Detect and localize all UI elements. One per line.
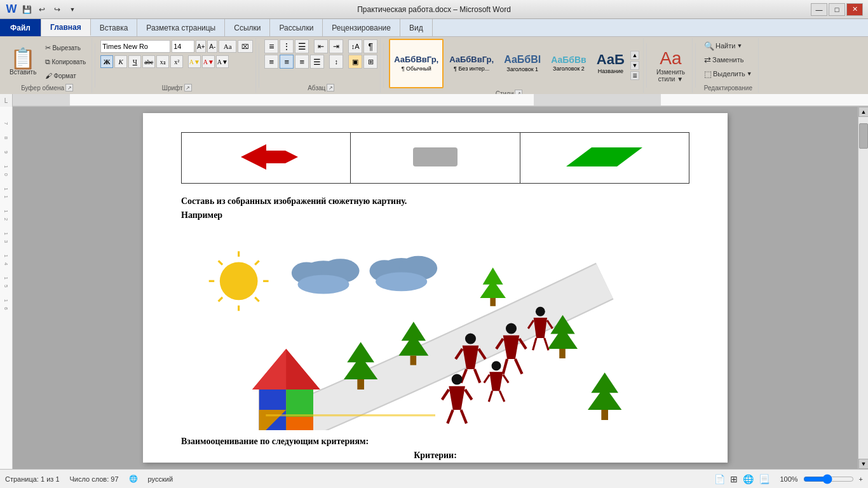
- tab-home[interactable]: Главная: [41, 19, 91, 36]
- change-styles-button[interactable]: Aa Изменитьстили ▼: [652, 45, 689, 86]
- justify-button[interactable]: ☰: [310, 55, 324, 69]
- font-case-button[interactable]: Aa: [219, 40, 236, 53]
- replace-label: Заменить: [712, 56, 743, 64]
- style-title-label: Название: [598, 68, 623, 74]
- close-button[interactable]: ✕: [846, 3, 863, 16]
- copy-button[interactable]: ⧉Копировать: [42, 55, 89, 68]
- align-center-button[interactable]: ≡: [280, 55, 294, 69]
- view-normal-icon[interactable]: 📄: [714, 474, 725, 484]
- font-color-button[interactable]: A▼: [202, 55, 215, 68]
- underline-button[interactable]: Ч: [128, 55, 141, 68]
- minimize-button[interactable]: —: [811, 3, 827, 16]
- styles-scroll-down[interactable]: ▼: [630, 61, 639, 70]
- increase-indent-button[interactable]: ⇥: [329, 39, 343, 53]
- align-right-button[interactable]: ≡: [295, 55, 309, 69]
- status-right: 📄 ⊞ 🌐 📃 100% +: [714, 474, 863, 484]
- style-heading1[interactable]: АаБбВI Заголовок 1: [499, 39, 545, 88]
- font-group: A+ A- Aa ⌧ Ж К Ч abc x₂ x² A▼ A▼ A▼ Шриф…: [98, 38, 256, 93]
- font-dialog-launcher[interactable]: ↗: [184, 84, 192, 92]
- tab-file[interactable]: Файл: [0, 19, 41, 36]
- cut-button[interactable]: ✂Вырезать: [42, 41, 89, 54]
- bold-button[interactable]: Ж: [100, 55, 113, 68]
- style-normal[interactable]: АаБбВвГр, ¶ Обычный: [389, 39, 444, 88]
- clipboard-dialog-launcher[interactable]: ↗: [65, 84, 73, 92]
- view-web-icon[interactable]: 🌐: [743, 474, 754, 484]
- table-cell-1: [182, 133, 351, 184]
- style-heading2[interactable]: АаБбВв Заголовок 2: [546, 39, 591, 88]
- replace-button[interactable]: ⇄ Заменить: [701, 53, 747, 66]
- maximize-button[interactable]: □: [829, 3, 845, 16]
- scroll-thumb[interactable]: [859, 123, 868, 149]
- style-normal-label: ¶ Обычный: [402, 65, 431, 72]
- decrease-indent-button[interactable]: ⇤: [314, 39, 328, 53]
- svg-point-23: [376, 272, 427, 291]
- format-painter-button[interactable]: 🖌Формат: [42, 69, 89, 82]
- tab-mailings[interactable]: Рассылки: [270, 19, 323, 36]
- strikethrough-button[interactable]: abc: [142, 55, 155, 68]
- redo-quick-icon[interactable]: ↪: [51, 3, 64, 16]
- font-shrink-button[interactable]: A-: [207, 40, 217, 53]
- font-name-input[interactable]: [100, 40, 170, 53]
- text-effects-button[interactable]: A▼: [216, 55, 229, 68]
- sort-button[interactable]: ↕A: [348, 39, 362, 53]
- select-button[interactable]: ⬚ Выделить ▼: [701, 67, 756, 80]
- divider-4: [646, 43, 647, 88]
- svg-marker-27: [252, 349, 286, 390]
- undo-quick-icon[interactable]: ↩: [36, 3, 48, 16]
- style-no-spacing[interactable]: АаБбВвГр, ¶ Без интер...: [445, 39, 498, 88]
- line-spacing-button[interactable]: ↕: [329, 55, 343, 69]
- title-bar: W 💾 ↩ ↪ ▼ Практическая работа.docx – Mic…: [0, 0, 868, 19]
- multilevel-button[interactable]: ☰: [295, 39, 309, 53]
- list-row: ≡ ⋮ ☰ ⇤ ⇥ ↕A ¶: [264, 39, 377, 53]
- horizontal-ruler: /* ruler ticks generated by CSS */: [13, 94, 868, 106]
- style-h2-preview: АаБбВв: [551, 55, 587, 64]
- paste-button[interactable]: 📋 Вставить: [5, 45, 41, 79]
- bullets-button[interactable]: ≡: [264, 39, 278, 53]
- word-count: Число слов: 97: [70, 475, 119, 483]
- zoom-in-icon[interactable]: +: [859, 475, 863, 483]
- tab-insert[interactable]: Вставка: [91, 19, 138, 36]
- customize-qa-icon[interactable]: ▼: [66, 3, 79, 16]
- scroll-up-button[interactable]: ▲: [858, 107, 868, 117]
- clear-format-button[interactable]: ⌧: [238, 40, 253, 53]
- divider-3: [383, 43, 384, 88]
- ribbon-tabs: Файл Главная Вставка Разметка страницы С…: [0, 19, 868, 37]
- italic-button[interactable]: К: [114, 55, 127, 68]
- svg-line-12: [219, 261, 222, 264]
- svg-marker-72: [489, 372, 503, 391]
- tab-references[interactable]: Ссылки: [225, 19, 270, 36]
- superscript-button[interactable]: x²: [170, 55, 183, 68]
- view-fullscreen-icon[interactable]: ⊞: [730, 474, 738, 484]
- scroll-down-button[interactable]: ▼: [858, 459, 868, 469]
- find-button[interactable]: 🔍 Найти ▼: [701, 39, 745, 52]
- change-styles-label: Изменитьстили ▼: [656, 69, 685, 83]
- scene-svg: [181, 227, 689, 430]
- clipboard-content: 📋 Вставить ✂Вырезать ⧉Копировать 🖌Формат: [5, 39, 89, 84]
- document-area[interactable]: Составь из собранных изображений сюжетну…: [13, 107, 858, 469]
- tab-layout[interactable]: Разметка страницы: [137, 19, 225, 36]
- numbering-button[interactable]: ⋮: [280, 39, 294, 53]
- svg-rect-31: [286, 417, 313, 430]
- paragraph-dialog-launcher[interactable]: ↗: [327, 84, 334, 92]
- show-marks-button[interactable]: ¶: [363, 39, 377, 53]
- zoom-slider[interactable]: [803, 474, 854, 484]
- tab-view[interactable]: Вид: [400, 19, 433, 36]
- shading-button[interactable]: ▣: [348, 55, 362, 69]
- save-quick-icon[interactable]: 💾: [20, 3, 33, 16]
- styles-expand[interactable]: ≡: [630, 71, 639, 80]
- tab-review[interactable]: Рецензирование: [323, 19, 400, 36]
- scroll-track[interactable]: [858, 117, 868, 459]
- styles-scroll-up[interactable]: ▲: [630, 51, 639, 60]
- svg-marker-66: [449, 386, 465, 410]
- road-fill: [293, 281, 605, 423]
- view-draft-icon[interactable]: 📃: [759, 474, 770, 484]
- highlight-button[interactable]: A▼: [188, 55, 201, 68]
- font-grow-button[interactable]: A+: [196, 40, 206, 53]
- font-size-input[interactable]: [172, 40, 194, 53]
- subscript-button[interactable]: x₂: [156, 55, 169, 68]
- change-styles-group: Aa Изменитьстили ▼: [649, 38, 693, 93]
- ruler-corner: L: [0, 94, 13, 107]
- borders-button[interactable]: ⊞: [363, 55, 377, 69]
- align-left-button[interactable]: ≡: [264, 55, 278, 69]
- style-title[interactable]: АаБ Название: [592, 39, 629, 88]
